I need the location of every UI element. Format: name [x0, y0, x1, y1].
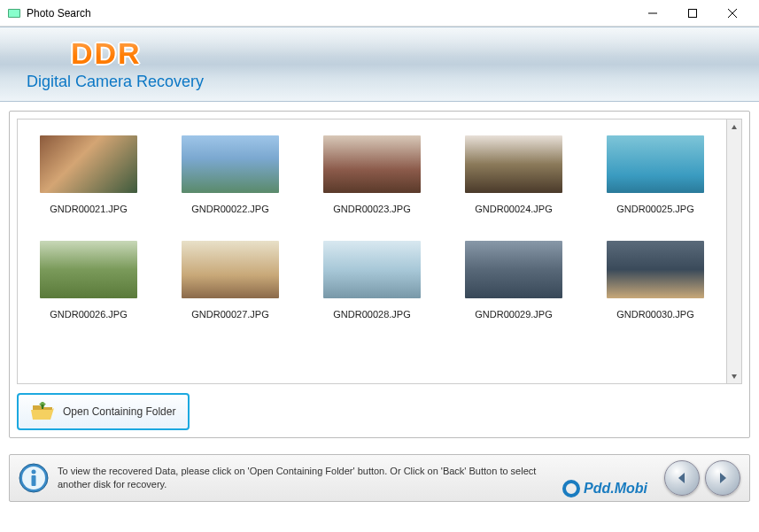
thumbnail-filename: GNDR00024.JPG — [475, 204, 552, 214]
scroll-down-icon[interactable] — [727, 368, 741, 383]
back-button[interactable] — [664, 460, 700, 496]
brand-subtitle: Digital Camera Recovery — [27, 73, 741, 91]
svg-rect-1 — [9, 10, 19, 17]
thumbnail-filename: GNDR00025.JPG — [616, 204, 693, 214]
titlebar: Photo Search — [0, 0, 759, 27]
thumbnail-image — [465, 135, 562, 193]
thumbnail-frame: GNDR00021.JPG GNDR00022.JPG GNDR00023.JP… — [17, 119, 742, 384]
header-banner: DDR Digital Camera Recovery — [0, 27, 759, 102]
brand-logo: DDR — [71, 36, 741, 71]
thumbnail-image — [40, 135, 137, 193]
thumbnail-filename: GNDR00030.JPG — [616, 309, 693, 320]
thumbnail-item[interactable]: GNDR00021.JPG — [27, 135, 151, 214]
thumbnail-item[interactable]: GNDR00023.JPG — [310, 135, 434, 214]
thumbnail-filename: GNDR00029.JPG — [475, 309, 552, 320]
thumbnail-image — [323, 241, 421, 298]
footer-bar: To view the recovered Data, please click… — [9, 454, 750, 502]
thumbnail-item[interactable]: GNDR00026.JPG — [27, 241, 151, 320]
thumbnail-item[interactable]: GNDR00030.JPG — [593, 241, 717, 320]
svg-rect-3 — [688, 9, 696, 17]
info-icon — [19, 463, 49, 493]
folder-open-icon — [31, 402, 54, 421]
minimize-button[interactable] — [632, 1, 672, 26]
scrollbar-track[interactable] — [727, 135, 741, 368]
thumbnail-viewport: GNDR00021.JPG GNDR00022.JPG GNDR00023.JP… — [18, 120, 726, 383]
thumbnail-item[interactable]: GNDR00022.JPG — [168, 135, 292, 214]
thumbnail-grid: GNDR00021.JPG GNDR00022.JPG GNDR00023.JP… — [27, 135, 717, 320]
watermark-text: Pdd.Mobi — [584, 481, 647, 497]
open-folder-label: Open Containing Folder — [63, 405, 175, 418]
thumbnail-image — [323, 135, 421, 193]
scrollbar[interactable] — [726, 120, 741, 383]
thumbnail-filename: GNDR00028.JPG — [333, 309, 410, 320]
thumbnail-filename: GNDR00022.JPG — [191, 204, 268, 214]
thumbnail-filename: GNDR00026.JPG — [50, 309, 127, 320]
svg-rect-9 — [32, 475, 36, 486]
thumbnail-image — [607, 241, 704, 298]
thumbnail-image — [182, 135, 279, 193]
scroll-up-icon[interactable] — [727, 120, 741, 135]
thumbnail-item[interactable]: GNDR00029.JPG — [452, 241, 576, 320]
thumbnail-image — [465, 241, 562, 298]
thumbnail-image — [182, 241, 279, 298]
thumbnail-filename: GNDR00027.JPG — [191, 309, 268, 320]
thumbnail-item[interactable]: GNDR00025.JPG — [593, 135, 717, 214]
window-title: Photo Search — [27, 7, 632, 19]
maximize-button[interactable] — [672, 1, 712, 26]
watermark: Pdd.Mobi — [562, 480, 647, 497]
nav-buttons — [664, 460, 740, 496]
thumbnail-image — [40, 241, 137, 298]
thumbnail-image — [607, 135, 704, 193]
open-containing-folder-button[interactable]: Open Containing Folder — [17, 393, 190, 430]
thumbnail-filename: GNDR00021.JPG — [50, 204, 127, 214]
close-button[interactable] — [712, 1, 752, 26]
content-panel: GNDR00021.JPG GNDR00022.JPG GNDR00023.JP… — [9, 111, 750, 438]
svg-point-8 — [32, 470, 36, 474]
watermark-ring-icon — [562, 480, 580, 497]
main-area: GNDR00021.JPG GNDR00022.JPG GNDR00023.JP… — [0, 102, 759, 447]
thumbnail-item[interactable]: GNDR00028.JPG — [310, 241, 434, 320]
next-button[interactable] — [705, 460, 740, 496]
thumbnail-filename: GNDR00023.JPG — [333, 204, 410, 214]
thumbnail-item[interactable]: GNDR00024.JPG — [452, 135, 576, 214]
thumbnail-item[interactable]: GNDR00027.JPG — [168, 241, 292, 320]
app-icon — [7, 6, 21, 20]
window-controls — [632, 1, 752, 26]
